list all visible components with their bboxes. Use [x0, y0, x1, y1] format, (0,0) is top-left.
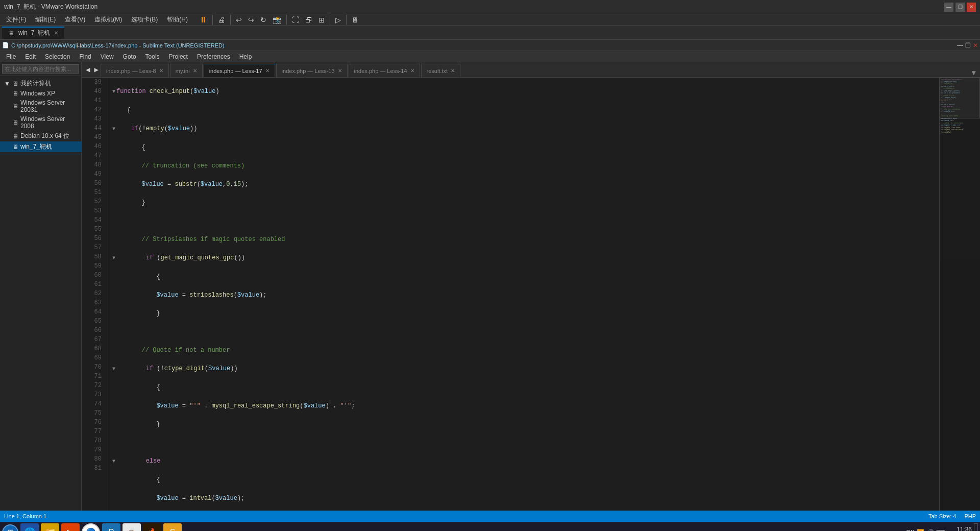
ln-77: 77 [86, 427, 102, 436]
windows-xp-label: Windows XP [20, 90, 55, 97]
sidebar-item-win7[interactable]: 🖥 win_7_靶机 [0, 141, 81, 152]
sidebar-item-windows-server-2003[interactable]: 🖥 Windows Server 20031 [0, 98, 81, 114]
fold-39[interactable] [112, 89, 115, 94]
tab-nav-right[interactable]: ▶ [92, 62, 100, 77]
ln-59: 59 [86, 261, 102, 271]
tab-less13[interactable]: index.php — Less-13 ✕ [276, 64, 348, 77]
menu-edit[interactable]: 编辑(E) [31, 14, 60, 25]
tab-result-label: result.txt [427, 68, 448, 74]
tab-myini-close[interactable]: ✕ [193, 68, 197, 74]
menu-view[interactable]: 查看(V) [61, 14, 89, 25]
maximize-editor-btn[interactable]: — [957, 42, 963, 49]
tab-less8-close[interactable]: ✕ [159, 68, 163, 74]
chrome-button[interactable]: 🔵 [82, 523, 100, 532]
fold-54[interactable] [112, 366, 115, 372]
close-button[interactable]: ✕ [967, 3, 976, 12]
media-button[interactable]: ▶ [61, 523, 80, 532]
grid-button[interactable]: ⊞ [316, 15, 327, 25]
ln-58: 58 [86, 252, 102, 261]
sidebar-item-debian[interactable]: 🖥 Debian 10.x 64 位 [0, 131, 81, 141]
vm-tab-label: win_7_靶机 [18, 29, 50, 37]
tab-less13-close[interactable]: ✕ [338, 68, 342, 74]
fold-59[interactable] [112, 458, 115, 464]
tab-bar: ◀ ▶ index.php — Less-8 ✕ my.ini ✕ index.… [82, 62, 980, 78]
line-numbers: 39 40 41 42 43 44 45 46 47 48 49 50 51 5… [82, 78, 108, 511]
tab-less14-label: index.php — Less-14 [354, 68, 407, 74]
minimize-button[interactable]: — [944, 3, 953, 12]
tab-options-icon[interactable]: ▼ [970, 69, 978, 77]
explorer-button[interactable]: 📁 [41, 523, 59, 532]
separator3 [286, 15, 287, 25]
tab-less17[interactable]: index.php — Less-17 ✕ [204, 64, 275, 77]
java-button[interactable]: ☕ [122, 523, 141, 532]
sublime-edit[interactable]: Edit [21, 52, 40, 61]
display-button[interactable]: 🖥 [350, 15, 361, 25]
fire-button[interactable]: 🔥 [143, 523, 161, 532]
fold-41[interactable] [112, 126, 115, 132]
snap-button[interactable]: 📸 [271, 15, 283, 25]
forward-button[interactable]: ↪ [246, 15, 256, 25]
sidebar-item-windows-xp[interactable]: 🖥 Windows XP [0, 89, 81, 98]
fold-48[interactable] [112, 255, 115, 261]
tab-less8[interactable]: index.php — Less-8 ✕ [101, 64, 169, 77]
sublime-help[interactable]: Help [235, 52, 256, 61]
refresh-button[interactable]: ↻ [258, 15, 268, 25]
sublime-goto[interactable]: Goto [119, 52, 140, 61]
menu-tabs[interactable]: 选项卡(B) [127, 14, 162, 25]
sidebar-item-my-computer[interactable]: ▼ 🖥 我的计算机 [0, 78, 81, 89]
pause-button[interactable]: ⏸ [197, 14, 209, 26]
sidebar-item-windows-server-2008[interactable]: 🖥 Windows Server 2008 [0, 114, 81, 131]
more-button[interactable]: ▷ [333, 15, 343, 25]
code-content[interactable]: function check_input($value) { if(!empty… [108, 78, 939, 511]
menu-vm[interactable]: 虚拟机(M) [90, 14, 126, 25]
title-bar-controls: — ❐ ✕ [944, 3, 976, 12]
code-area[interactable]: 39 40 41 42 43 44 45 46 47 48 49 50 51 5… [82, 78, 939, 511]
restore-editor-btn[interactable]: ❐ [965, 42, 971, 49]
close-editor-btn[interactable]: ✕ [973, 42, 978, 49]
window-button[interactable]: 🗗 [303, 15, 314, 25]
tab-less14[interactable]: index.php — Less-14 ✕ [349, 64, 420, 77]
sublime-preferences[interactable]: Preferences [193, 52, 234, 61]
tab-result-close[interactable]: ✕ [451, 68, 455, 74]
sublime-find[interactable]: Find [75, 52, 95, 61]
tab-nav-left[interactable]: ◀ [84, 62, 92, 77]
sublime-tools[interactable]: Tools [141, 52, 164, 61]
status-position: Line 1, Column 1 [4, 513, 46, 519]
tab-myini[interactable]: my.ini ✕ [170, 64, 203, 77]
menu-file[interactable]: 文件(F) [2, 14, 30, 25]
vm-tab-icon: 🖥 [8, 30, 14, 37]
ie-button[interactable]: 🌐 [20, 523, 39, 532]
ln-56: 56 [86, 234, 102, 243]
sublime-file[interactable]: File [2, 52, 20, 61]
start-button[interactable]: ⊞ [2, 524, 18, 532]
fullscreen-button[interactable]: ⛶ [290, 15, 301, 25]
separator [212, 15, 213, 25]
sublime-view[interactable]: View [96, 52, 118, 61]
sidebar-search-input[interactable] [2, 64, 79, 74]
back-button[interactable]: ↩ [234, 15, 244, 25]
pdf-button[interactable]: P [102, 523, 120, 532]
vm-icon4: 🖥 [12, 133, 18, 140]
sidebar: ▼ 🖥 我的计算机 🖥 Windows XP 🖥 Windows Server … [0, 62, 82, 511]
clock-area: 11:36 2022/3/29 [947, 526, 972, 532]
system-tray: OK 📶 🔊 ⌨ [906, 529, 945, 532]
vm-tab-close[interactable]: ✕ [54, 30, 58, 36]
menu-help[interactable]: 帮助(H) [163, 14, 192, 25]
status-language: PHP [964, 513, 976, 519]
tab-result[interactable]: result.txt ✕ [421, 64, 461, 77]
ln-41: 41 [86, 96, 102, 105]
sublime-selection[interactable]: Selection [41, 52, 74, 61]
sublime-button[interactable]: S [163, 523, 182, 532]
restore-button[interactable]: ❐ [955, 3, 965, 12]
vm-tab-win7[interactable]: 🖥 win_7_靶机 ✕ [2, 27, 64, 39]
show-desktop-button[interactable] [974, 523, 978, 532]
print-button[interactable]: 🖨 [216, 15, 227, 25]
ln-63: 63 [86, 298, 102, 307]
line-54: if (!ctype_digit($value)) [112, 364, 935, 374]
sublime-menu-bar: File Edit Selection Find View Goto Tools… [0, 51, 980, 62]
sublime-project[interactable]: Project [165, 52, 192, 61]
vm-tab-container: 🖥 win_7_靶机 ✕ [0, 26, 66, 40]
tab-less17-close[interactable]: ✕ [265, 68, 270, 74]
debian-label: Debian 10.x 64 位 [20, 132, 69, 140]
tab-less14-close[interactable]: ✕ [410, 68, 414, 74]
